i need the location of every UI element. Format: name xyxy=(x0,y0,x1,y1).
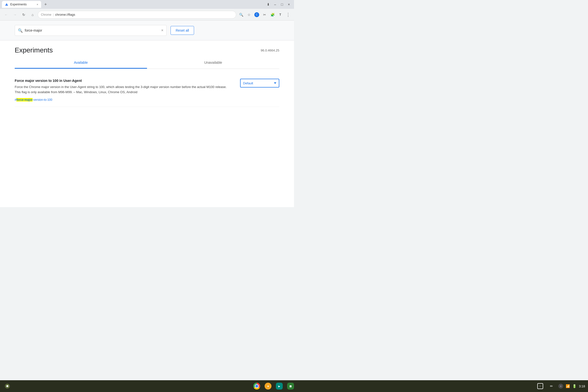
bookmark-icon[interactable]: ☆ xyxy=(246,11,252,18)
address-separator: | xyxy=(53,13,54,16)
tab-favicon xyxy=(5,3,8,6)
flag-item: Force major version to 100 in User-Agent… xyxy=(15,74,279,107)
address-bar[interactable]: Chrome | chrome://flags xyxy=(38,11,236,19)
home-button[interactable]: ⌂ xyxy=(29,11,36,18)
search-clear-button[interactable]: × xyxy=(161,28,163,32)
new-tab-button[interactable]: + xyxy=(42,1,49,8)
search-toolbar-icon[interactable]: 🔍 xyxy=(238,11,245,18)
reset-all-button[interactable]: Reset all xyxy=(171,26,194,35)
flag-link[interactable]: #force-major-version-to-100 xyxy=(15,98,52,102)
close-button[interactable]: × xyxy=(286,1,292,8)
active-tab[interactable]: Experiments × xyxy=(2,1,41,8)
search-icon: 🔍 xyxy=(18,28,23,33)
profile-icon[interactable]: C xyxy=(253,11,260,18)
svg-marker-0 xyxy=(5,3,8,6)
main-content: Experiments 96.0.4664.25 Available Unava… xyxy=(0,40,294,207)
search-input[interactable] xyxy=(25,28,159,32)
flag-title: Force major version to 100 in User-Agent xyxy=(15,79,230,82)
flag-select[interactable]: Default Enabled Disabled xyxy=(240,79,279,88)
titlebar-right: ⬇ – □ × xyxy=(265,1,292,8)
search-area: 🔍 × Reset all xyxy=(0,20,294,40)
tab-unavailable[interactable]: Unavailable xyxy=(147,57,279,69)
flag-link-highlight: force-major xyxy=(16,98,32,102)
tab-close-button[interactable]: × xyxy=(37,3,38,6)
flags-list: Force major version to 100 in User-Agent… xyxy=(15,74,279,107)
titlebar: Experiments × + ⬇ – □ × xyxy=(0,0,294,9)
flag-link-prefix: # xyxy=(15,98,16,102)
addressbar: ← → ↻ ⌂ Chrome | chrome://flags 🔍 ☆ C ✂ … xyxy=(0,9,294,20)
tabs: Available Unavailable xyxy=(15,57,279,69)
flag-control: Default Enabled Disabled xyxy=(240,79,279,88)
tab-title: Experiments xyxy=(10,3,27,6)
address-scheme: Chrome xyxy=(41,13,51,16)
translate-icon[interactable]: T xyxy=(277,11,284,18)
reload-button[interactable]: ↻ xyxy=(20,11,27,18)
flag-content: Force major version to 100 in User-Agent… xyxy=(15,79,230,102)
tab-available[interactable]: Available xyxy=(15,57,147,69)
flag-link-rest: -version-to-100 xyxy=(32,98,52,102)
titlebar-left: Experiments × + xyxy=(2,1,49,8)
menu-icon[interactable]: ⋮ xyxy=(285,11,292,18)
forward-button[interactable]: → xyxy=(11,11,19,18)
scissors-icon[interactable]: ✂ xyxy=(261,11,268,18)
back-button[interactable]: ← xyxy=(2,11,10,18)
download-icon[interactable]: ⬇ xyxy=(265,1,272,8)
page-header: Experiments 96.0.4664.25 xyxy=(15,40,279,57)
extensions-icon[interactable]: 🧩 xyxy=(269,11,276,18)
toolbar-icons: 🔍 ☆ C ✂ 🧩 T ⋮ xyxy=(238,11,292,18)
version-text: 96.0.4664.25 xyxy=(261,48,279,52)
page-title: Experiments xyxy=(15,46,53,54)
flag-description: Force the Chrome major version in the Us… xyxy=(15,84,230,95)
maximize-button[interactable]: □ xyxy=(279,1,285,8)
minimize-button[interactable]: – xyxy=(272,1,278,8)
address-url: chrome://flags xyxy=(55,13,75,16)
search-box[interactable]: 🔍 × xyxy=(15,25,167,36)
